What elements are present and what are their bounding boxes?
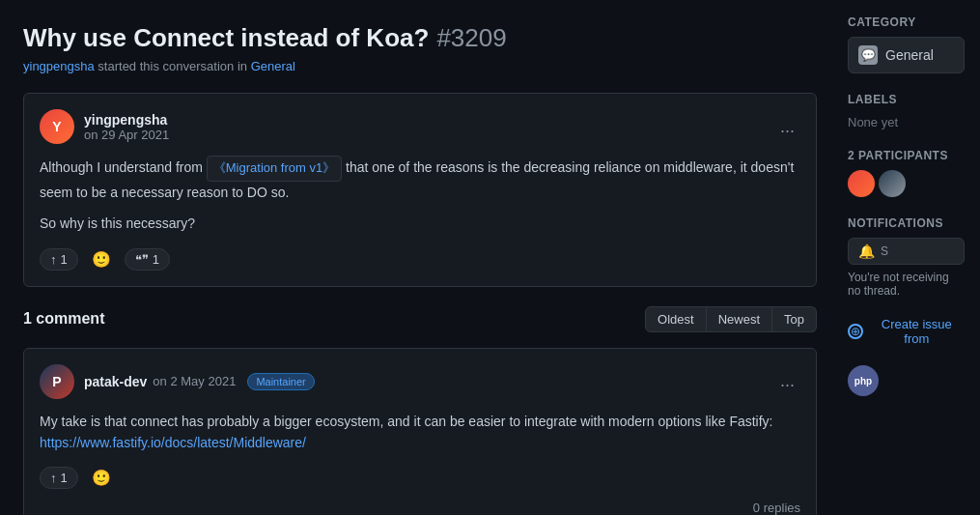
category-label: Category [848, 15, 965, 29]
comment-emoji-button[interactable]: 🙂 [86, 467, 117, 489]
comment-author[interactable]: patak-dev [84, 374, 147, 389]
emoji-button[interactable]: 🙂 [86, 248, 117, 271]
comments-header: 1 comment Oldest Newest Top [23, 306, 817, 332]
post-header: Y yingpengsha on 29 Apr 2021 ... [40, 109, 800, 144]
comment-date: on 2 May 2021 [153, 374, 236, 388]
original-post-body: Although I understand from 《Migration fr… [40, 156, 800, 235]
upvote-button[interactable]: ↑ 1 [40, 248, 78, 271]
notifications-section: Notifications 🔔 S You're not receiving n… [848, 216, 965, 298]
page-subtitle: yingpengsha started this conversation in… [23, 59, 817, 73]
bell-icon: 🔔 [858, 243, 875, 259]
issue-number: #3209 [436, 23, 506, 53]
fastify-link[interactable]: https://www.fastify.io/docs/latest/Middl… [40, 435, 306, 450]
comment-author-info: P patak-dev on 2 May 2021 Maintainer [40, 364, 315, 399]
labels-label: Labels [848, 93, 965, 106]
quote-icon: ❝❞ [135, 252, 149, 267]
maintainer-badge: Maintainer [247, 373, 314, 390]
labels-section: Labels None yet [848, 93, 965, 129]
participants-label: 2 participants [848, 149, 965, 162]
reply-count: 0 replies [40, 501, 800, 515]
post-author-info: Y yingpengsha on 29 Apr 2021 [40, 109, 169, 144]
notifications-input[interactable]: 🔔 S [848, 238, 965, 265]
subscribe-text: S [881, 244, 888, 258]
migration-link[interactable]: 《Migration from v1》 [207, 156, 342, 182]
original-post-footer: ↑ 1 🙂 ❝❞ 1 [40, 248, 800, 271]
create-issue-icon: ⊕ [848, 324, 863, 339]
original-post-more-options[interactable]: ... [774, 115, 800, 139]
comment-footer: ↑ 1 🙂 [40, 467, 800, 489]
comment-avatar: P [40, 364, 74, 399]
subtitle-action: started this conversation in [98, 59, 247, 73]
comment-card: P patak-dev on 2 May 2021 Maintainer ...… [23, 348, 817, 515]
category-icon: 💬 [858, 45, 878, 65]
original-post-author[interactable]: yingpengsha [84, 112, 169, 128]
original-post-avatar: Y [40, 109, 74, 144]
sort-newest[interactable]: Newest [707, 306, 772, 332]
body-question: So why is this necessary? [40, 213, 800, 234]
comment-count: 1 comment [23, 310, 104, 328]
title-text: Why use Connect instead of Koa? [23, 23, 429, 53]
comment-more-options[interactable]: ... [774, 369, 800, 393]
comment-meta: patak-dev on 2 May 2021 Maintainer [84, 373, 315, 390]
original-post-date: on 29 Apr 2021 [84, 128, 169, 142]
sidebar-bottom: php [848, 365, 965, 396]
participant-avatar-2[interactable] [879, 170, 906, 197]
sort-oldest[interactable]: Oldest [645, 306, 707, 332]
comment-upvote-count: 1 [61, 471, 68, 485]
sort-buttons: Oldest Newest Top [645, 306, 817, 332]
comment-header-row: P patak-dev on 2 May 2021 Maintainer ... [40, 364, 800, 399]
create-issue-button[interactable]: ⊕ Create issue from [848, 317, 965, 346]
category-item[interactable]: 💬 General [848, 37, 965, 73]
category-name: General [885, 47, 934, 63]
create-issue-label: Create issue from [869, 317, 965, 346]
category-section: Category 💬 General [848, 15, 965, 73]
comment-body-text: My take is that connect has probably a b… [40, 411, 800, 432]
participant-avatar-1[interactable] [848, 170, 875, 197]
notifications-label: Notifications [848, 216, 965, 230]
comment-upvote-icon: ↑ [50, 471, 57, 485]
subtitle-user-link[interactable]: yingpengsha [23, 59, 95, 73]
create-issue-section: ⊕ Create issue from [848, 317, 965, 346]
page-title: Why use Connect instead of Koa? #3209 [23, 23, 817, 53]
participants-avatars [848, 170, 965, 197]
body-text-1: Although I understand from [40, 159, 203, 175]
upvote-count: 1 [61, 252, 68, 267]
labels-none: None yet [848, 115, 898, 129]
original-post-card: Y yingpengsha on 29 Apr 2021 ... Althoug… [23, 93, 817, 287]
quote-button[interactable]: ❝❞ 1 [125, 248, 170, 271]
notification-hint: You're not receiving no thread. [848, 271, 965, 298]
sidebar: Category 💬 General Labels None yet 2 par… [840, 0, 980, 515]
subtitle-category-link[interactable]: General [251, 59, 295, 73]
quote-count: 1 [153, 252, 159, 267]
upvote-icon: ↑ [50, 252, 57, 267]
participants-section: 2 participants [848, 149, 965, 197]
comment-body: My take is that connect has probably a b… [40, 411, 800, 454]
comment-upvote-button[interactable]: ↑ 1 [40, 467, 78, 489]
post-meta: yingpengsha on 29 Apr 2021 [84, 112, 169, 142]
sort-top[interactable]: Top [772, 306, 817, 332]
php-badge: php [848, 365, 879, 396]
